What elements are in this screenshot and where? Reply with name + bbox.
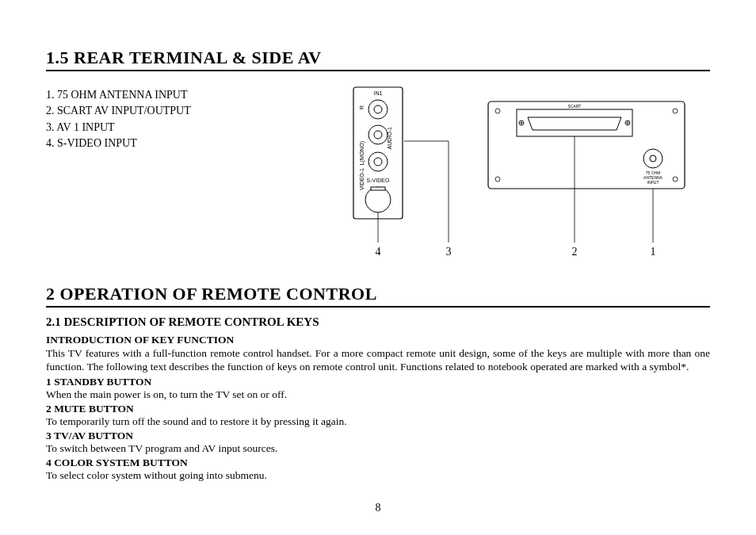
- key-body: To temporarily turn off the sound and to…: [46, 415, 710, 428]
- side-panel-title: IN1: [374, 90, 383, 96]
- svg-text:SCART: SCART: [568, 104, 582, 109]
- heading-rear-terminal: 1.5 REAR TERMINAL & SIDE AV: [46, 48, 710, 68]
- key-head: 3 TV/AV BUTTON: [46, 430, 710, 442]
- key-head: 4 COLOR SYSTEM BUTTON: [46, 457, 710, 469]
- rear-panel-icon: SCART 75 OHM ANTENNA INPUT: [488, 101, 685, 189]
- intro-head: INTRODUCTION OF KEY FUNCTION: [46, 334, 710, 346]
- svg-point-2: [374, 105, 382, 113]
- svg-text:AUDIO-1: AUDIO-1: [387, 127, 392, 150]
- svg-point-1: [368, 100, 388, 119]
- subheading-remote-keys: 2.1 DESCRIPTION OF REMOTE CONTROL KEYS: [46, 315, 710, 329]
- key-body: To switch between TV program and AV inpu…: [46, 442, 710, 455]
- svg-text:R: R: [359, 105, 365, 109]
- rule-2: [46, 306, 710, 308]
- list-item: 1. 75 OHM ANTENNA INPUT: [46, 87, 282, 103]
- list-item: 4. S-VIDEO INPUT: [46, 136, 282, 151]
- svg-marker-21: [528, 117, 621, 130]
- page: 1.5 REAR TERMINAL & SIDE AV 1. 75 OHM AN…: [0, 0, 756, 535]
- terminal-list: 1. 75 OHM ANTENNA INPUT 2. SCART AV INPU…: [46, 86, 282, 151]
- rule-1: [46, 70, 710, 71]
- key-head: 1 STANDBY BUTTON: [46, 376, 710, 388]
- intro-body: This TV features with a full-function re…: [46, 346, 710, 374]
- svg-point-18: [673, 177, 678, 182]
- svg-point-17: [495, 177, 500, 182]
- diagram-area: IN1 R AUDIO-1 L(MONO) VIDEO-1 S-VIDEO: [282, 86, 710, 260]
- callout-1: 1: [651, 246, 656, 258]
- heading-operation-remote: 2 OPERATION OF REMOTE CONTROL: [46, 284, 710, 304]
- callout-lines: [378, 136, 653, 243]
- callout-4: 4: [376, 246, 381, 258]
- svg-text:L(MONO): L(MONO): [359, 141, 365, 165]
- key-head: 2 MUTE BUTTON: [46, 403, 710, 415]
- svg-rect-13: [371, 187, 385, 190]
- key-body: When the main power is on, to turn the T…: [46, 388, 710, 401]
- svg-text:S-VIDEO: S-VIDEO: [367, 178, 390, 183]
- svg-point-9: [374, 158, 382, 166]
- svg-point-12: [365, 187, 391, 212]
- svg-point-16: [673, 109, 678, 113]
- svg-point-15: [495, 109, 500, 113]
- svg-point-28: [643, 149, 662, 168]
- svg-point-8: [368, 152, 388, 171]
- page-number: 8: [0, 502, 756, 514]
- side-panel-icon: IN1 R AUDIO-1 L(MONO) VIDEO-1 S-VIDEO: [353, 87, 403, 219]
- section-1-row: 1. 75 OHM ANTENNA INPUT 2. SCART AV INPU…: [46, 86, 710, 260]
- svg-text:INPUT: INPUT: [647, 180, 659, 185]
- callout-2: 2: [572, 246, 578, 258]
- callout-3: 3: [446, 246, 452, 258]
- terminal-diagram: IN1 R AUDIO-1 L(MONO) VIDEO-1 S-VIDEO: [282, 86, 710, 260]
- svg-text:VIDEO-1: VIDEO-1: [359, 168, 365, 190]
- svg-point-4: [368, 125, 388, 144]
- svg-rect-19: [517, 109, 632, 136]
- svg-point-29: [650, 155, 656, 162]
- svg-point-5: [374, 131, 382, 139]
- list-item: 3. AV 1 INPUT: [46, 120, 282, 136]
- key-body: To select color system without going int…: [46, 469, 710, 482]
- list-item: 2. SCART AV INPUT/OUTPUT: [46, 103, 282, 119]
